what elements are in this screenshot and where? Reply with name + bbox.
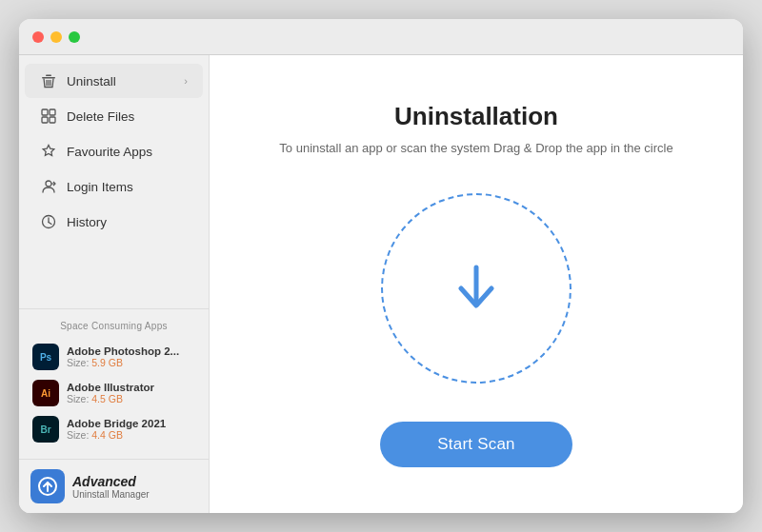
app-item-photoshop[interactable]: Ps Adobe Photoshop 2... Size: 5.9 GB (30, 339, 197, 375)
bridge-icon: Br (32, 416, 59, 443)
brand-footer: Advanced Uninstall Manager (19, 459, 209, 513)
sidebar-item-uninstall[interactable]: Uninstall › (25, 64, 203, 98)
sidebar-item-uninstall-label: Uninstall (67, 74, 116, 89)
svg-point-9 (46, 181, 51, 187)
illustrator-info: Adobe Illustrator Size: 4.5 GB (67, 382, 154, 404)
brand-icon (30, 469, 65, 503)
photoshop-info: Adobe Photoshop 2... Size: 5.9 GB (67, 345, 179, 368)
space-consuming-section: Space Consuming Apps Ps Adobe Photoshop … (19, 308, 209, 459)
main-content: Uninstallation To uninstall an app or sc… (210, 55, 743, 513)
start-scan-button[interactable]: Start Scan (380, 422, 572, 467)
sidebar-item-favourite-apps[interactable]: Favourite Apps (25, 134, 203, 168)
svg-rect-1 (46, 75, 51, 77)
app-window: Uninstall › Delete Files (19, 19, 743, 513)
chevron-right-icon: › (184, 75, 188, 87)
star-icon (40, 143, 57, 160)
photoshop-icon: Ps (32, 344, 59, 370)
app-item-bridge[interactable]: Br Adobe Bridge 2021 Size: 4.4 GB (30, 411, 197, 447)
illustrator-icon: Ai (32, 380, 59, 406)
traffic-lights (32, 31, 80, 43)
space-consuming-title: Space Consuming Apps (30, 321, 197, 331)
delete-files-icon (40, 108, 57, 125)
sidebar-item-login-items-label: Login Items (67, 180, 133, 194)
app-item-illustrator[interactable]: Ai Adobe Illustrator Size: 4.5 GB (30, 375, 197, 411)
close-button[interactable] (32, 31, 44, 43)
sidebar-item-login-items[interactable]: Login Items (25, 169, 203, 204)
photoshop-name: Adobe Photoshop 2... (67, 345, 179, 357)
sidebar: Uninstall › Delete Files (19, 55, 210, 513)
sidebar-item-favourite-apps-label: Favourite Apps (67, 145, 152, 159)
clock-icon (40, 213, 57, 230)
brand-name: Advanced (72, 474, 150, 489)
bridge-size: Size: 4.4 GB (67, 429, 166, 441)
svg-rect-8 (50, 117, 55, 123)
sidebar-menu: Uninstall › Delete Files (19, 55, 209, 308)
drop-arrow-icon (448, 260, 505, 317)
bridge-info: Adobe Bridge 2021 Size: 4.4 GB (67, 418, 166, 441)
brand-subtitle: Uninstall Manager (72, 489, 150, 500)
bridge-name: Adobe Bridge 2021 (67, 418, 166, 429)
brand-text: Advanced Uninstall Manager (72, 474, 150, 500)
svg-rect-6 (50, 109, 55, 115)
maximize-button[interactable] (69, 31, 80, 43)
sidebar-item-history-label: History (67, 215, 107, 229)
svg-line-13 (49, 223, 51, 225)
illustrator-size: Size: 4.5 GB (67, 393, 154, 404)
svg-rect-0 (42, 77, 55, 79)
drop-zone[interactable] (381, 193, 572, 384)
sidebar-item-history[interactable]: History (25, 205, 203, 239)
login-icon (40, 178, 57, 195)
svg-rect-5 (42, 109, 48, 115)
sidebar-item-delete-files-label: Delete Files (67, 109, 134, 124)
minimize-button[interactable] (50, 31, 62, 43)
page-subtitle: To uninstall an app or scan the system D… (279, 141, 672, 155)
titlebar (19, 19, 743, 55)
trash-icon (40, 72, 57, 89)
sidebar-item-delete-files[interactable]: Delete Files (25, 99, 203, 133)
illustrator-name: Adobe Illustrator (67, 382, 154, 393)
page-title: Uninstallation (394, 102, 558, 131)
svg-rect-7 (42, 117, 48, 123)
content-area: Uninstall › Delete Files (19, 55, 743, 513)
photoshop-size: Size: 5.9 GB (67, 357, 179, 368)
